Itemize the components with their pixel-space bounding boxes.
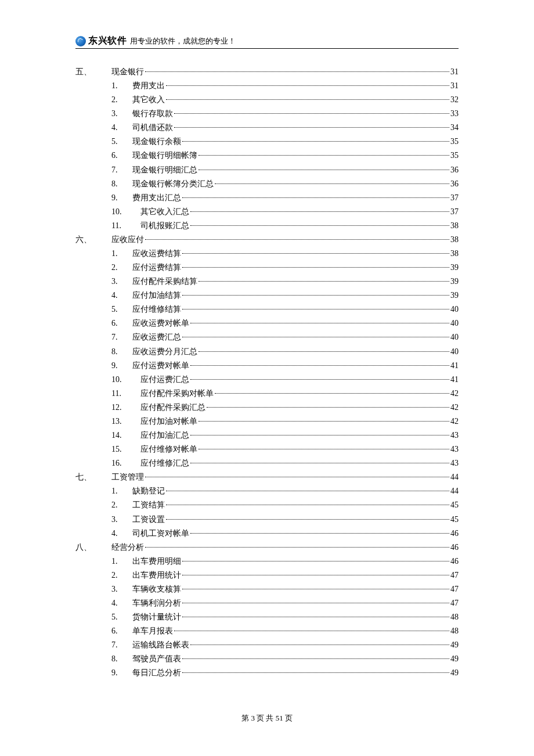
toc-item-page: 33 (450, 107, 459, 121)
toc-item-row: 5.货物计量统计48 (75, 610, 459, 624)
toc-section-number: 六、 (75, 233, 111, 247)
toc-item-page: 41 (450, 373, 459, 387)
toc-item-row: 14.应付加油汇总43 (75, 429, 459, 442)
toc-item-title: 应收运费汇总 (132, 330, 181, 344)
toc-leader (174, 113, 449, 114)
toc-item-row: 1.缺勤登记44 (75, 484, 459, 498)
toc-leader (199, 170, 449, 170)
toc-item-number: 3. (111, 513, 132, 527)
toc-item-row: 9.应付运费对帐单41 (75, 359, 459, 373)
toc-item-number: 5. (111, 303, 132, 316)
toc-item-page: 49 (450, 652, 459, 666)
toc-item-title: 出车费用明细 (132, 555, 181, 568)
toc-item-row: 4.司机工资对帐单46 (75, 527, 459, 541)
toc-leader (190, 533, 449, 534)
toc-leader (199, 155, 449, 156)
toc-item-number: 9. (111, 191, 132, 205)
toc-item-page: 45 (450, 513, 459, 527)
toc-item-number: 1. (111, 79, 132, 93)
toc-section-title: 现金银行 (111, 65, 144, 79)
toc-item-number: 10. (111, 205, 140, 219)
toc-item-row: 10.其它收入汇总37 (75, 205, 459, 219)
toc-item-title: 单车月报表 (132, 624, 173, 638)
toc-leader (190, 365, 449, 366)
toc-item-row: 5.现金银行余额35 (75, 135, 459, 149)
toc-item-number: 15. (111, 442, 140, 456)
toc-item-row: 9.费用支出汇总37 (75, 191, 459, 205)
toc-item-title: 司机报账汇总 (140, 219, 189, 233)
toc-leader (174, 631, 449, 631)
toc-item-title: 其它收入汇总 (140, 205, 189, 219)
toc-item-title: 应收运费分月汇总 (132, 345, 197, 359)
toc-section-page: 46 (450, 541, 459, 555)
toc-item-row: 5.应付维修结算40 (75, 303, 459, 316)
toc-item-title: 费用支出 (132, 79, 165, 93)
toc-leader (190, 463, 449, 463)
toc-item-row: 15.应付维修对帐单43 (75, 442, 459, 456)
toc-section-title: 经营分析 (111, 541, 144, 555)
toc-item-page: 42 (450, 415, 459, 429)
toc-item-number: 4. (111, 289, 132, 303)
toc-leader (182, 603, 449, 603)
toc-item-title: 车辆收支核算 (132, 582, 181, 596)
document-page: 东兴软件 用专业的软件，成就您的专业！ 五、现金银行311.费用支出312.其它… (0, 0, 534, 756)
toc-item-number: 6. (111, 316, 132, 330)
toc-item-page: 45 (450, 498, 459, 512)
toc-leader (166, 99, 449, 100)
toc-item-title: 应付维修对帐单 (140, 442, 197, 456)
toc-item-title: 其它收入 (132, 93, 165, 107)
toc-item-number: 3. (111, 275, 132, 289)
toc-item-page: 31 (450, 79, 459, 93)
toc-leader (215, 393, 449, 394)
page-number: 第 3 页 共 51 页 (241, 714, 293, 722)
toc-item-row: 7.现金银行明细汇总36 (75, 163, 459, 177)
toc-item-number: 9. (111, 359, 132, 373)
toc-leader (174, 127, 449, 128)
toc-item-page: 43 (450, 442, 459, 456)
toc-section-page: 44 (450, 470, 459, 484)
toc-item-number: 11. (111, 387, 140, 401)
toc-item-title: 货物计量统计 (132, 610, 181, 624)
logo: 东兴软件 (75, 35, 127, 47)
toc-item-row: 1.出车费用明细46 (75, 555, 459, 568)
toc-item-number: 4. (111, 121, 132, 135)
toc-leader (182, 309, 449, 309)
toc-item-title: 应付运费对帐单 (132, 359, 189, 373)
toc-item-title: 应付加油结算 (132, 289, 181, 303)
toc-item-number: 6. (111, 149, 132, 163)
toc-leader (182, 672, 449, 673)
toc-item-row: 6.应收运费对帐单40 (75, 316, 459, 330)
toc-item-row: 7.应收运费汇总40 (75, 330, 459, 344)
page-header: 东兴软件 用专业的软件，成就您的专业！ (75, 35, 459, 49)
toc-item-row: 2.应付运费结算39 (75, 261, 459, 275)
toc-item-row: 9.每日汇总分析49 (75, 666, 459, 680)
toc-item-number: 3. (111, 107, 132, 121)
toc-item-number: 2. (111, 261, 132, 275)
toc-item-title: 应付维修汇总 (140, 456, 189, 470)
toc-item-page: 39 (450, 261, 459, 275)
toc-item-row: 4.应付加油结算39 (75, 289, 459, 303)
toc-leader (199, 281, 449, 282)
toc-item-page: 43 (450, 456, 459, 470)
toc-section-row: 五、现金银行31 (75, 65, 459, 79)
toc-section-page: 38 (450, 233, 459, 247)
toc-leader (166, 519, 449, 520)
logo-text: 东兴软件 (88, 35, 127, 47)
toc-leader (190, 379, 449, 380)
toc-section-row: 六、应收应付38 (75, 233, 459, 247)
toc-item-page: 47 (450, 568, 459, 582)
toc-section-row: 七、工资管理44 (75, 470, 459, 484)
toc-item-page: 47 (450, 596, 459, 610)
toc-item-title: 工资设置 (132, 513, 165, 527)
toc-item-page: 36 (450, 177, 459, 191)
toc-item-title: 应付加油汇总 (140, 429, 189, 442)
toc-leader (182, 141, 449, 142)
logo-icon (75, 36, 86, 46)
toc-item-title: 应付配件采购结算 (132, 275, 197, 289)
toc-leader (145, 547, 449, 548)
toc-item-page: 37 (450, 205, 459, 219)
toc-item-page: 40 (450, 316, 459, 330)
toc-item-page: 47 (450, 582, 459, 596)
toc-item-page: 34 (450, 121, 459, 135)
toc-item-number: 2. (111, 93, 132, 107)
